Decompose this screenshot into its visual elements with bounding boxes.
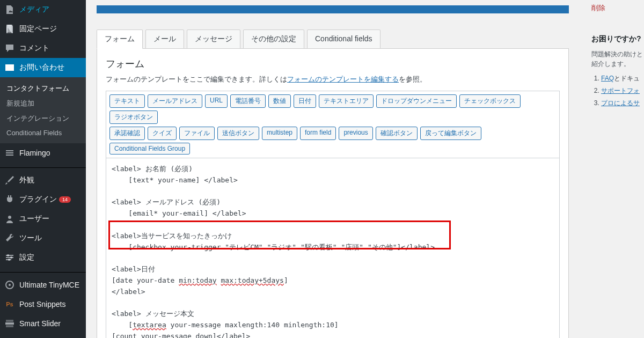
- template-edit-link[interactable]: フォームのテンプレートを編集する: [287, 75, 399, 83]
- plugin-icon: [4, 194, 15, 205]
- faq-link[interactable]: FAQ: [601, 75, 614, 82]
- notice-bar: [97, 5, 569, 13]
- help-links: FAQとドキュ サポートフォ プロによるサ: [591, 74, 644, 108]
- separator: [0, 165, 86, 168]
- tag-confirm[interactable]: 確認ボタン: [376, 127, 418, 140]
- delete-link[interactable]: 削除: [591, 3, 644, 13]
- panel-description: フォームのテンプレートをここで編集できます。詳しくはフォームのテンプレートを編集…: [106, 75, 560, 84]
- sidebar-label: 設定: [19, 253, 34, 262]
- tag-back[interactable]: 戻って編集ボタン: [420, 127, 481, 140]
- sidebar-item-flamingo[interactable]: Flamingo: [0, 143, 86, 163]
- sidebar-item-media[interactable]: メディア: [0, 0, 86, 19]
- sidebar-item-appearance[interactable]: 外観: [0, 171, 86, 190]
- tag-email[interactable]: メールアドレス: [148, 94, 202, 108]
- tag-previous[interactable]: previous: [339, 127, 372, 140]
- tabs: フォーム メール メッセージ その他の設定 Conditional fields: [97, 30, 569, 49]
- tab-messages[interactable]: メッセージ: [187, 30, 240, 49]
- sidebar-item-tools[interactable]: ツール: [0, 229, 86, 248]
- submenu-item-integration[interactable]: インテグレーション: [0, 111, 86, 126]
- svg-rect-2: [6, 150, 13, 151]
- svg-rect-4: [6, 155, 13, 156]
- tag-file[interactable]: ファイル: [179, 127, 215, 140]
- submenu-item-conditional[interactable]: Conditional Fields: [0, 126, 86, 139]
- smart-icon: [4, 318, 15, 329]
- sidebar-label: お問い合わせ: [19, 63, 64, 72]
- sidebar-item-settings[interactable]: 設定: [0, 248, 86, 267]
- sidebar-label: コメント: [19, 43, 49, 53]
- separator: [0, 270, 86, 273]
- sidebar-label: Post Snippets: [19, 300, 65, 308]
- sidebar-item-contact[interactable]: お問い合わせ: [0, 58, 86, 77]
- sidebar-item-users[interactable]: ユーザー: [0, 209, 86, 229]
- help-box: お困りですか? 問題解決の助けと紹介します。 FAQとドキュ サポートフォ プロ…: [591, 34, 644, 108]
- sidebar-submenu: コンタクトフォーム 新規追加 インテグレーション Conditional Fie…: [0, 77, 86, 143]
- form-panel: フォーム フォームのテンプレートをここで編集できます。詳しくはフォームのテンプレ…: [97, 49, 569, 338]
- tag-cfgroup[interactable]: Conditional Fields Group: [109, 143, 190, 155]
- tag-formfield[interactable]: form field: [300, 127, 336, 140]
- svg-point-9: [7, 254, 9, 256]
- svg-point-10: [10, 256, 12, 259]
- pro-link[interactable]: プロによるサ: [601, 99, 640, 107]
- submenu-head[interactable]: コンタクトフォーム: [0, 81, 86, 96]
- support-link[interactable]: サポートフォ: [601, 87, 640, 94]
- tab-mail[interactable]: メール: [145, 30, 184, 49]
- tag-url[interactable]: URL: [205, 94, 228, 108]
- tag-date[interactable]: 日付: [294, 94, 316, 108]
- sidebar-label: Smart Slider: [19, 319, 61, 328]
- form-template-textarea[interactable]: <label> お名前 (必須) [text* your-name] </lab…: [106, 158, 560, 338]
- tag-radio[interactable]: ラジオボタン: [109, 111, 158, 124]
- tag-textarea[interactable]: テキストエリア: [319, 94, 374, 108]
- tag-checkbox[interactable]: チェックボックス: [459, 94, 521, 108]
- help-link-item: FAQとドキュ: [601, 74, 644, 83]
- tab-form[interactable]: フォーム: [97, 30, 143, 49]
- users-icon: [4, 214, 15, 224]
- tag-quiz[interactable]: クイズ: [148, 127, 177, 140]
- tools-icon: [4, 233, 15, 244]
- sidebar-label: ユーザー: [19, 214, 49, 224]
- sidebar-item-postsnippets[interactable]: PsPost Snippets: [0, 295, 86, 314]
- page-icon: [4, 24, 15, 34]
- tinymce-icon: [4, 280, 15, 290]
- sidebar-item-comments[interactable]: コメント: [0, 39, 86, 58]
- tag-row: 承諾確認 クイズ ファイル 送信ボタン multistep form field…: [109, 127, 556, 155]
- gear-icon: [4, 252, 15, 263]
- brush-icon: [4, 175, 15, 186]
- svg-rect-3: [6, 152, 13, 153]
- admin-sidebar: メディア 固定ページ コメント お問い合わせ コンタクトフォーム 新規追加 イン…: [0, 0, 86, 338]
- tag-multistep[interactable]: multistep: [262, 127, 297, 140]
- sidebar-label: 固定ページ: [19, 24, 57, 34]
- sidebar-item-smartslider[interactable]: Smart Slider: [0, 314, 86, 333]
- right-sidebar: 削除 お困りですか? 問題解決の助けと紹介します。 FAQとドキュ サポートフォ…: [586, 0, 644, 111]
- help-title: お困りですか?: [591, 34, 644, 44]
- help-desc: 問題解決の助けと紹介します。: [591, 49, 644, 69]
- svg-rect-1: [6, 25, 12, 32]
- mail-icon: [4, 62, 15, 73]
- sidebar-label: プラグイン: [19, 195, 57, 204]
- tag-text[interactable]: テキスト: [109, 94, 145, 108]
- sidebar-item-pages[interactable]: 固定ページ: [0, 19, 86, 39]
- flamingo-icon: [4, 148, 15, 158]
- ps-icon: Ps: [4, 299, 15, 310]
- sidebar-item-plugins[interactable]: プラグイン14: [0, 190, 86, 209]
- help-link-item: サポートフォ: [601, 86, 644, 95]
- svg-point-13: [9, 284, 11, 286]
- tag-dropdown[interactable]: ドロップダウンメニュー: [376, 94, 457, 108]
- sidebar-label: ツール: [19, 233, 42, 243]
- media-icon: [4, 4, 15, 15]
- sidebar-item-tinymce[interactable]: Ultimate TinyMCE: [0, 275, 86, 295]
- sidebar-item-collapse[interactable]: メニューを閉じる: [0, 333, 86, 338]
- update-badge: 14: [59, 196, 71, 203]
- tag-acceptance[interactable]: 承諾確認: [109, 127, 145, 140]
- main-content: フォーム メール メッセージ その他の設定 Conditional fields…: [86, 0, 644, 338]
- tag-submit[interactable]: 送信ボタン: [217, 127, 259, 140]
- panel-heading: フォーム: [106, 57, 560, 70]
- tag-row: テキスト メールアドレス URL 電話番号 数値 日付 テキストエリア ドロップ…: [109, 94, 556, 124]
- submenu-item-add[interactable]: 新規追加: [0, 96, 86, 111]
- tab-conditional[interactable]: Conditional fields: [307, 30, 380, 49]
- sidebar-label: 外観: [19, 175, 34, 185]
- tag-number[interactable]: 数値: [268, 94, 291, 108]
- tab-other[interactable]: その他の設定: [243, 30, 304, 49]
- tag-tel[interactable]: 電話番号: [230, 94, 266, 108]
- sidebar-label: メディア: [19, 5, 49, 14]
- sidebar-label: Ultimate TinyMCE: [19, 281, 79, 289]
